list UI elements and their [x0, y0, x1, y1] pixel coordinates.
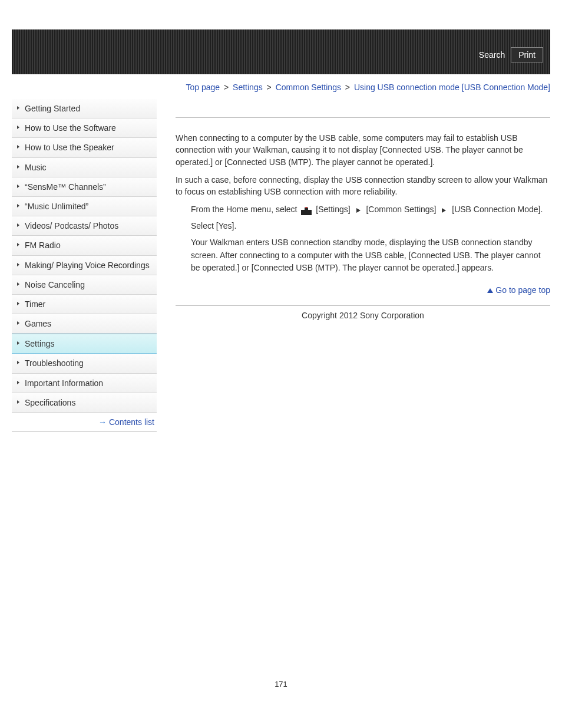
breadcrumb-current: Using USB connection mode [USB Connectio…: [354, 83, 550, 92]
sidebar-item-games[interactable]: Games: [12, 314, 157, 334]
arrow-right-icon: [442, 208, 446, 213]
breadcrumb-sep: >: [267, 83, 272, 92]
breadcrumb-top[interactable]: Top page: [186, 83, 220, 92]
sidebar: Getting Started How to Use the Software …: [12, 74, 157, 432]
svg-rect-2: [306, 207, 308, 208]
search-link[interactable]: Search: [479, 50, 505, 60]
sidebar-item-timer[interactable]: Timer: [12, 295, 157, 314]
step-1-text-c: [Common Settings]: [366, 205, 438, 214]
sidebar-item-music[interactable]: Music: [12, 158, 157, 177]
page-number: 171: [12, 680, 550, 689]
breadcrumb-sep: >: [345, 83, 350, 92]
print-button[interactable]: Print: [511, 47, 543, 62]
sidebar-item-important-information[interactable]: Important Information: [12, 374, 157, 393]
sidebar-item-how-to-use-speaker[interactable]: How to Use the Speaker: [12, 138, 157, 157]
goto-top-wrap: Go to page top: [176, 285, 550, 295]
steps: From the Home menu, select [Settings] [C…: [176, 203, 550, 274]
footer-divider: [176, 305, 550, 306]
header-bar: Search Print: [12, 29, 550, 74]
sidebar-item-fm-radio[interactable]: FM Radio: [12, 236, 157, 255]
main-content: Top page > Settings > Common Settings > …: [157, 74, 550, 344]
step-1-text-a: From the Home menu, select: [191, 205, 299, 214]
sidebar-item-troubleshooting[interactable]: Troubleshooting: [12, 354, 157, 373]
step-2-detail: Your Walkman enters USB connection stand…: [191, 236, 550, 275]
step-1-text-d: [USB Connection Mode].: [452, 205, 543, 214]
step-1: From the Home menu, select [Settings] [C…: [191, 203, 550, 216]
sidebar-item-sensme[interactable]: “SensMe™ Channels”: [12, 177, 157, 197]
sidebar-item-voice-recordings[interactable]: Making/ Playing Voice Recordings: [12, 256, 157, 275]
breadcrumb: Top page > Settings > Common Settings > …: [176, 81, 550, 94]
step-2: Select [Yes].: [191, 220, 550, 233]
breadcrumb-sep: >: [224, 83, 229, 92]
sidebar-item-noise-canceling[interactable]: Noise Canceling: [12, 275, 157, 295]
sidebar-item-settings[interactable]: Settings: [12, 334, 157, 354]
goto-top-link[interactable]: Go to page top: [487, 285, 550, 295]
divider: [176, 117, 550, 118]
contents-list-wrap: Contents list: [12, 413, 157, 432]
sidebar-item-specifications[interactable]: Specifications: [12, 393, 157, 413]
copyright: Copyright 2012 Sony Corporation: [176, 309, 550, 344]
contents-list-link[interactable]: Contents list: [98, 417, 154, 427]
arrow-right-icon: [356, 208, 361, 213]
svg-rect-0: [301, 210, 312, 215]
step-1-text-b: [Settings]: [316, 205, 352, 214]
sidebar-item-videos-podcasts-photos[interactable]: Videos/ Podcasts/ Photos: [12, 216, 157, 236]
intro-paragraph-2: In such a case, before connecting, displ…: [176, 174, 550, 198]
sidebar-item-music-unlimited[interactable]: “Music Unlimited”: [12, 197, 157, 216]
breadcrumb-common-settings[interactable]: Common Settings: [276, 83, 341, 92]
settings-icon: [301, 206, 312, 215]
header-actions: Search Print: [479, 47, 543, 62]
breadcrumb-settings[interactable]: Settings: [233, 83, 263, 92]
sidebar-item-how-to-use-software[interactable]: How to Use the Software: [12, 118, 157, 138]
intro-paragraph-1: When connecting to a computer by the USB…: [176, 132, 550, 168]
sidebar-item-getting-started[interactable]: Getting Started: [12, 99, 157, 118]
